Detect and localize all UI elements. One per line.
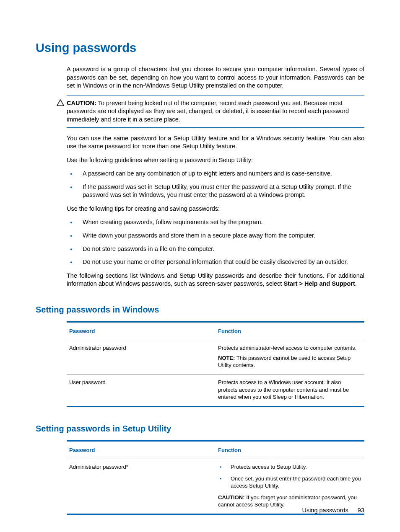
paragraph: The following sections list Windows and … <box>67 272 364 288</box>
content-block: A password is a group of characters that… <box>36 65 364 288</box>
note-text: This password cannot be used to access S… <box>218 355 351 369</box>
section-heading-setup-utility: Setting passwords in Setup Utility <box>36 423 364 434</box>
cell-function: Protects administrator-level access to c… <box>216 340 364 374</box>
table-row: Administrator password* Protects access … <box>67 459 364 514</box>
section-heading-windows: Setting passwords in Windows <box>36 304 364 315</box>
windows-passwords-table: Password Function Administrator password… <box>67 321 364 407</box>
cell-bullet-list: Protects access to Setup Utility. Once s… <box>218 463 362 490</box>
tips-list: When creating passwords, follow requirem… <box>67 218 364 266</box>
list-item: Once set, you must enter the password ea… <box>218 475 362 490</box>
list-item: When creating passwords, follow requirem… <box>67 218 364 227</box>
list-item: A password can be any combination of up … <box>67 170 364 178</box>
paragraph: Use the following tips for creating and … <box>67 205 364 213</box>
guideline-list: A password can be any combination of up … <box>67 170 364 199</box>
cell-function: Protects access to a Windows user accoun… <box>216 374 364 407</box>
page-number: 93 <box>358 507 364 514</box>
cell-function: Protects access to Setup Utility. Once s… <box>216 459 364 514</box>
cell-text: Protects administrator-level access to c… <box>218 344 362 352</box>
caution-label: CAUTION: <box>218 494 245 501</box>
cell-password: Administrator password <box>67 340 216 374</box>
cell-password: User password <box>67 374 216 407</box>
list-item: Write down your passwords and store them… <box>67 232 364 240</box>
col-header-function: Function <box>216 441 364 459</box>
note-label: NOTE: <box>218 355 235 361</box>
text: . <box>355 280 357 287</box>
list-item: Protects access to Setup Utility. <box>218 463 362 471</box>
page-heading: Using passwords <box>36 40 364 56</box>
table-block: Password Function Administrator password… <box>36 321 364 407</box>
table-row: User password Protects access to a Windo… <box>67 374 364 407</box>
col-header-function: Function <box>216 322 364 340</box>
footer-title: Using passwords <box>302 507 348 514</box>
page-footer: Using passwords 93 <box>302 506 364 515</box>
list-item: If the password was set in Setup Utility… <box>67 183 364 199</box>
table-row: Administrator password Protects administ… <box>67 340 364 374</box>
caution-box: CAUTION: To prevent being locked out of … <box>67 96 364 128</box>
col-header-password: Password <box>67 322 216 340</box>
caution-triangle-icon <box>57 99 64 106</box>
list-item: Do not use your name or other personal i… <box>67 258 364 266</box>
paragraph: You can use the same password for a Setu… <box>67 134 364 151</box>
caution-text: To prevent being locked out of the compu… <box>67 100 349 123</box>
list-item: Do not store passwords in a file on the … <box>67 245 364 253</box>
setup-utility-passwords-table: Password Function Administrator password… <box>67 440 364 515</box>
cell-password: Administrator password* <box>67 459 216 514</box>
table-block: Password Function Administrator password… <box>36 440 364 515</box>
intro-paragraph: A password is a group of characters that… <box>67 65 364 90</box>
paragraph: Use the following guidelines when settin… <box>67 156 364 165</box>
caution-label: CAUTION: <box>67 100 96 106</box>
menu-path: Start > Help and Support <box>283 280 355 287</box>
col-header-password: Password <box>67 441 216 459</box>
